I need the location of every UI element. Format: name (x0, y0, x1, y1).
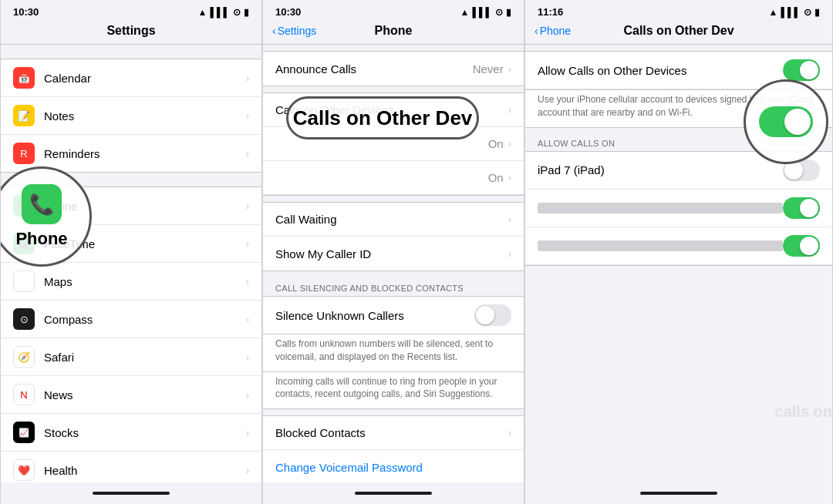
list-item-announce-calls[interactable]: Announce Calls Never › (263, 52, 524, 86)
nav-title-3: Calls on Other Dev (623, 24, 734, 38)
device-2-toggle[interactable] (783, 197, 820, 219)
maps-label: Maps (44, 275, 246, 288)
chevron-news: › (246, 389, 249, 401)
silence-desc-2: Incoming calls will continue to ring fro… (263, 372, 524, 410)
calls-other-devices-list[interactable]: Allow Calls on Other Devices Use your iP… (525, 45, 832, 482)
list-item-silence-unknown[interactable]: Silence Unknown Callers (263, 297, 524, 334)
list-item-calls-on-2: On › (263, 161, 524, 195)
settings-list[interactable]: 📅 Calendar › 📝 Notes › R Reminders › (1, 45, 261, 482)
signal-icon-3: ▌▌▌ (781, 7, 801, 18)
list-item-stocks[interactable]: 📈 Stocks › (1, 414, 261, 452)
compass-label: Compass (44, 313, 246, 326)
allow-calls-label: Allow Calls on Other Devices (538, 64, 783, 77)
list-item-news[interactable]: N News › (1, 376, 261, 414)
list-item-health[interactable]: ❤️ Health › (1, 452, 261, 482)
voicemail-password-label: Change Voicemail Password (275, 461, 511, 474)
blocked-contacts-label: Blocked Contacts (275, 426, 508, 439)
chevron-blocked: › (508, 427, 511, 438)
device-3-toggle[interactable] (783, 235, 820, 257)
time-1: 10:30 (13, 6, 39, 18)
list-item-device-3[interactable] (525, 227, 832, 265)
location-icon-3: ▲ (769, 7, 778, 18)
phone-settings-list[interactable]: Announce Calls Never › Calls on Other De… (263, 45, 524, 482)
safari-icon: 🧭 (13, 346, 35, 368)
list-item-notes[interactable]: 📝 Notes › (1, 97, 261, 135)
toggle-highlight-knob (784, 109, 811, 135)
home-indicator-3 (525, 482, 832, 504)
screen-settings: 10:30 ▲ ▌▌▌ ⊙ ▮ Settings 📅 Calendar › 📝 (0, 0, 262, 504)
silence-desc-text-1: Calls from unknown numbers will be silen… (275, 338, 493, 362)
notes-icon: 📝 (13, 105, 35, 126)
wifi-icon: ⊙ (233, 7, 241, 18)
chevron-announce: › (508, 63, 511, 75)
call-silencing-group: Silence Unknown Callers (263, 296, 524, 334)
nav-header-2: ‹ Settings Phone (263, 21, 524, 45)
device-2-label (538, 203, 783, 213)
silence-toggle-knob (476, 306, 494, 324)
show-caller-id-label: Show My Caller ID (275, 247, 508, 260)
calls-on-2-value: On (488, 171, 504, 184)
list-item-calendar[interactable]: 📅 Calendar › (1, 59, 261, 97)
list-item-safari[interactable]: 🧭 Safari › (1, 338, 261, 376)
chevron-notes: › (246, 110, 249, 122)
chevron-compass: › (246, 314, 249, 325)
signal-icon: ▌▌▌ (210, 7, 230, 18)
wifi-icon-3: ⊙ (804, 7, 811, 18)
calls-on-ghost: calls on (775, 403, 832, 421)
notes-label: Notes (44, 109, 246, 123)
health-icon: ❤️ (13, 459, 35, 481)
screen-phone-settings: 10:30 ▲ ▌▌▌ ⊙ ▮ ‹ Settings Phone Announc… (262, 0, 524, 504)
time-2: 10:30 (275, 6, 301, 18)
safari-label: Safari (44, 351, 246, 364)
announce-calls-label: Announce Calls (275, 62, 473, 76)
toggle-highlight-circle (744, 79, 828, 164)
silence-desc-1: Calls from unknown numbers will be silen… (263, 334, 524, 372)
call-options-group: Call Waiting › Show My Caller ID › (263, 202, 524, 271)
calls-on-1-value: On (488, 137, 504, 150)
device-3-knob (800, 237, 818, 255)
list-item-maps[interactable]: 🗺 Maps › (1, 263, 261, 301)
back-chevron-3: ‹ (535, 25, 538, 37)
silence-toggle[interactable] (474, 304, 511, 326)
device-3-label (538, 240, 783, 251)
nav-title-2: Phone (375, 24, 413, 38)
home-indicator-2 (263, 482, 524, 504)
list-item-call-waiting[interactable]: Call Waiting › (263, 203, 524, 237)
wifi-icon-2: ⊙ (495, 7, 503, 18)
back-button-3[interactable]: ‹ Phone (535, 25, 571, 37)
calendar-label: Calendar (44, 72, 246, 85)
status-bar-3: 11:16 ▲ ▌▌▌ ⊙ ▮ (525, 0, 832, 21)
chevron-calls-on-1: › (508, 138, 511, 150)
silence-unknown-label: Silence Unknown Callers (275, 309, 474, 322)
chevron-safari: › (246, 351, 249, 363)
status-icons-3: ▲ ▌▌▌ ⊙ ▮ (769, 7, 820, 18)
list-item-show-caller-id[interactable]: Show My Caller ID › (263, 237, 524, 270)
toggle-highlight-toggle (759, 106, 813, 137)
list-item-voicemail-password[interactable]: Change Voicemail Password (263, 450, 524, 482)
back-chevron-2: ‹ (272, 25, 276, 37)
reminders-label: Reminders (44, 147, 246, 160)
call-silencing-header: CALL SILENCING AND BLOCKED CONTACTS (263, 271, 524, 296)
chevron-facetime: › (246, 238, 249, 250)
battery-icon-2: ▮ (506, 7, 511, 18)
time-3: 11:16 (538, 6, 563, 18)
calendar-icon: 📅 (13, 67, 35, 89)
allow-calls-on-group: iPad 7 (iPad) (525, 151, 832, 266)
stocks-icon: 📈 (13, 422, 35, 443)
compass-icon: ⊙ (13, 308, 35, 330)
battery-icon: ▮ (244, 7, 249, 18)
back-button-2[interactable]: ‹ Settings (272, 25, 316, 37)
list-item-compass[interactable]: ⊙ Compass › (1, 301, 261, 338)
location-icon: ▲ (198, 7, 207, 18)
calls-highlight-circle: Calls on Other Dev (286, 96, 479, 139)
status-icons-1: ▲ ▌▌▌ ⊙ ▮ (198, 7, 249, 18)
screen-calls-other-devices: 11:16 ▲ ▌▌▌ ⊙ ▮ ‹ Phone Calls on Other D… (524, 0, 833, 504)
list-item-device-2[interactable] (525, 190, 832, 227)
chevron-calls-on-2: › (508, 172, 511, 183)
allow-calls-toggle[interactable] (783, 59, 820, 81)
chevron-calls-other: › (508, 104, 511, 116)
health-label: Health (44, 464, 246, 477)
list-item-blocked-contacts[interactable]: Blocked Contacts › (263, 416, 524, 450)
nav-header-1: Settings (1, 21, 261, 45)
chevron-stocks: › (246, 427, 249, 438)
